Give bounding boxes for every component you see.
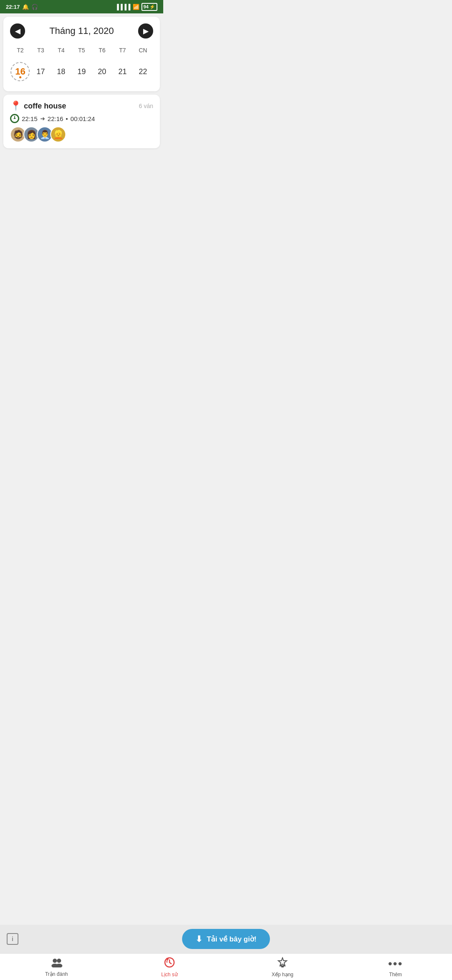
location-name: coffe house xyxy=(24,102,66,111)
time-start: 22:15 xyxy=(22,115,38,122)
headphone-icon: 🎧 xyxy=(31,4,38,10)
status-bar: 22:17 🔔 🎧 ▐▐▐▐ 📶 94 ⚡ xyxy=(0,0,163,13)
time-separator: • xyxy=(66,115,68,122)
event-time: 22:15 ➜ 22:16 • 00:01:24 xyxy=(10,114,153,123)
day-20[interactable]: 20 xyxy=(92,59,112,85)
content-spacer xyxy=(3,152,160,219)
calendar-weekdays: T2 T3 T4 T5 T6 T7 CN xyxy=(10,45,153,55)
clock-icon xyxy=(10,114,19,123)
main-content: ◀ Tháng 11, 2020 ▶ T2 T3 T4 T5 T6 T7 CN … xyxy=(0,13,163,222)
signal-icon: ▐▐▐▐ xyxy=(115,4,131,10)
calendar-card: ◀ Tháng 11, 2020 ▶ T2 T3 T4 T5 T6 T7 CN … xyxy=(3,17,160,91)
day-21[interactable]: 21 xyxy=(112,59,133,85)
avatar-4: 👱 xyxy=(50,126,66,142)
prev-month-button[interactable]: ◀ xyxy=(10,23,25,39)
battery-level: 94 xyxy=(144,4,149,9)
day-19[interactable]: 19 xyxy=(72,59,92,85)
day-today-cell[interactable]: 16 xyxy=(10,59,31,85)
today-indicator[interactable]: 16 xyxy=(10,62,30,81)
event-card[interactable]: 📍 coffe house 6 ván 22:15 ➜ 22:16 • 00:0… xyxy=(3,95,160,148)
event-count: 6 ván xyxy=(139,103,153,109)
battery-bolt: ⚡ xyxy=(149,4,155,10)
duration: 00:01:24 xyxy=(70,115,95,122)
weekday-t7: T7 xyxy=(112,45,133,55)
weekday-t3: T3 xyxy=(31,45,51,55)
time-arrow-icon: ➜ xyxy=(40,115,45,122)
status-left: 22:17 🔔 🎧 xyxy=(6,4,38,10)
weekday-t4: T4 xyxy=(51,45,72,55)
month-title: Tháng 11, 2020 xyxy=(49,26,114,36)
day-17[interactable]: 17 xyxy=(31,59,51,85)
status-right: ▐▐▐▐ 📶 94 ⚡ xyxy=(115,3,157,11)
wifi-icon: 📶 xyxy=(133,4,139,10)
event-header: 📍 coffe house 6 ván xyxy=(10,101,153,111)
location-pin-icon: 📍 xyxy=(10,101,21,111)
calendar-days: 16 17 18 19 20 21 22 xyxy=(10,59,153,85)
event-avatars: 🧔 👩 👨‍💼 👱 xyxy=(10,126,153,142)
weekday-t5: T5 xyxy=(72,45,92,55)
day-22[interactable]: 22 xyxy=(133,59,153,85)
weekday-t2: T2 xyxy=(10,45,31,55)
event-location: 📍 coffe house xyxy=(10,101,66,111)
calendar-header: ◀ Tháng 11, 2020 ▶ xyxy=(10,23,153,39)
battery-indicator: 94 ⚡ xyxy=(141,3,157,11)
day-18[interactable]: 18 xyxy=(51,59,72,85)
time-end: 22:16 xyxy=(48,115,64,122)
next-month-button[interactable]: ▶ xyxy=(138,23,153,39)
mute-icon: 🔔 xyxy=(22,4,29,10)
weekday-t6: T6 xyxy=(92,45,112,55)
weekday-cn: CN xyxy=(133,45,153,55)
time: 22:17 xyxy=(6,4,20,10)
